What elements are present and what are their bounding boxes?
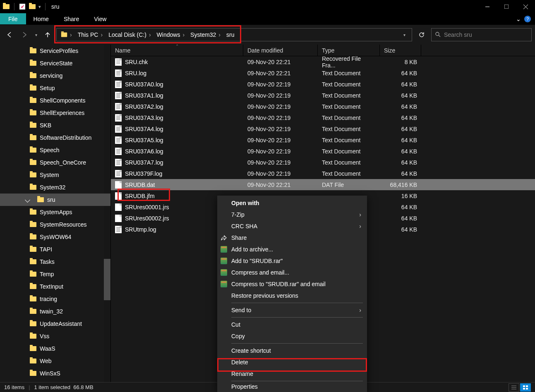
tree-item[interactable]: SysWOW64 [0, 231, 110, 243]
properties-qat-icon[interactable]: ✔ [19, 3, 26, 10]
ctx-rename[interactable]: Rename [217, 368, 367, 380]
file-icon [115, 181, 122, 189]
file-size: 68,416 KB [380, 182, 421, 188]
view-details-button[interactable] [509, 383, 519, 392]
breadcrumb-icon[interactable]: › [58, 31, 75, 38]
tree-item[interactable]: Setup [0, 82, 110, 94]
search-box[interactable] [431, 28, 532, 41]
tab-home[interactable]: Home [26, 13, 56, 24]
recent-dropdown[interactable]: ▾ [33, 29, 39, 41]
tab-file[interactable]: File [0, 13, 26, 24]
file-row[interactable]: SRU037A5.log09-Nov-20 22:19Text Document… [111, 134, 535, 146]
tree-item[interactable]: System32 [0, 181, 110, 194]
ctx-add-archive[interactable]: Add to archive... [217, 244, 367, 255]
view-large-icons-button[interactable] [520, 383, 531, 392]
tree-item[interactable]: tracing [0, 293, 110, 305]
file-row[interactable]: SRU037A6.log09-Nov-20 22:19Text Document… [111, 146, 535, 157]
ctx-properties[interactable]: Properties [217, 382, 367, 391]
file-row[interactable]: SRUDB.dat09-Nov-20 22:21DAT File68,416 K… [111, 179, 535, 190]
address-dropdown[interactable]: ▾ [398, 29, 410, 41]
file-name: SRUres00002.jrs [125, 215, 169, 222]
column-name[interactable]: Name⌃ [111, 45, 243, 56]
breadcrumb-system32[interactable]: System32› [188, 31, 224, 38]
column-type[interactable]: Type [318, 45, 380, 56]
tree-item[interactable]: Vss [0, 330, 110, 342]
search-input[interactable] [444, 31, 528, 38]
tree-item[interactable]: Speech_OneCore [0, 156, 110, 169]
tree-item[interactable]: TextInput [0, 280, 110, 293]
tree-item[interactable]: WinSxS [0, 367, 110, 380]
folder-qat-icon[interactable] [29, 3, 36, 10]
file-row[interactable]: SRU.chk09-Nov-20 22:21Recovered File Fra… [111, 56, 535, 67]
file-date: 09-Nov-20 22:21 [243, 182, 318, 188]
ctx-share[interactable]: Share [217, 232, 367, 244]
tree-item[interactable]: Temp [0, 268, 110, 280]
ctx-restore-versions[interactable]: Restore previous versions [217, 290, 367, 301]
up-button[interactable] [41, 29, 54, 41]
tree-item[interactable]: TAPI [0, 243, 110, 256]
ctx-cut[interactable]: Cut [217, 319, 367, 330]
folder-icon [30, 110, 36, 115]
column-size[interactable]: Size [380, 45, 421, 56]
tree-item[interactable]: ServiceProfiles [0, 45, 110, 57]
file-row[interactable]: SRU037A2.log09-Nov-20 22:19Text Document… [111, 101, 535, 112]
breadcrumb-sru[interactable]: sru [224, 31, 237, 38]
file-name: SRU037A7.log [125, 159, 163, 166]
tree-item[interactable]: ShellExperiences [0, 107, 110, 119]
ctx-add-rar[interactable]: Add to "SRUDB.rar" [217, 255, 367, 267]
ctx-open-with[interactable]: Open with [217, 197, 367, 209]
ctx-send-to[interactable]: Send to› [217, 304, 367, 316]
forward-button[interactable] [18, 29, 31, 41]
tree-item[interactable]: System [0, 169, 110, 181]
file-size: 16 KB [380, 193, 421, 199]
file-row[interactable]: SRU037A3.log09-Nov-20 22:19Text Document… [111, 112, 535, 123]
tree-item-label: SoftwareDistribution [40, 134, 91, 141]
tree-item[interactable]: servicing [0, 69, 110, 82]
ctx-create-shortcut[interactable]: Create shortcut [217, 345, 367, 356]
help-icon[interactable]: ? [524, 16, 531, 22]
ctx-7zip[interactable]: 7-Zip› [217, 209, 367, 220]
breadcrumb-this-pc[interactable]: This PC› [75, 31, 106, 38]
tab-share[interactable]: Share [56, 13, 86, 24]
address-bar[interactable]: › This PC› Local Disk (C:)› Windows› Sys… [56, 28, 412, 41]
ctx-copy[interactable]: Copy [217, 330, 367, 342]
tree-item[interactable]: UpdateAssistant [0, 318, 110, 330]
tab-view[interactable]: View [86, 13, 114, 24]
ctx-delete[interactable]: Delete [217, 356, 367, 368]
navigation-tree[interactable]: ServiceProfilesServiceStateservicingSetu… [0, 45, 111, 382]
close-button[interactable] [516, 0, 535, 13]
file-row[interactable]: SRU037A1.log09-Nov-20 22:19Text Document… [111, 90, 535, 101]
refresh-button[interactable] [415, 28, 429, 41]
file-row[interactable]: SRU037A7.log09-Nov-20 22:19Text Document… [111, 157, 535, 168]
tree-item[interactable]: sru [0, 194, 110, 206]
file-date: 09-Nov-20 22:19 [243, 159, 318, 166]
minimize-button[interactable] [478, 0, 497, 13]
file-row[interactable]: SRU.log09-Nov-20 22:21Text Document64 KB [111, 67, 535, 79]
tree-item[interactable]: WaaS [0, 342, 110, 355]
file-name: SRU037A4.log [125, 126, 163, 132]
column-date[interactable]: Date modified [243, 45, 318, 56]
tree-item[interactable]: SoftwareDistribution [0, 131, 110, 144]
ctx-crc-sha[interactable]: CRC SHA› [217, 220, 367, 232]
tree-item[interactable]: twain_32 [0, 305, 110, 318]
folder-icon [30, 259, 36, 264]
tree-item[interactable]: SKB [0, 119, 110, 131]
tree-item[interactable]: SystemApps [0, 206, 110, 218]
ctx-compress-email[interactable]: Compress and email... [217, 267, 367, 278]
tree-item[interactable]: Tasks [0, 256, 110, 268]
file-row[interactable]: SRU0379F.log09-Nov-20 22:19Text Document… [111, 168, 535, 179]
tree-item[interactable]: Web [0, 355, 110, 367]
tree-item[interactable]: ShellComponents [0, 94, 110, 107]
maximize-button[interactable] [497, 0, 516, 13]
tree-item[interactable]: SystemResources [0, 218, 110, 231]
file-size: 64 KB [380, 226, 421, 233]
file-row[interactable]: SRU037A4.log09-Nov-20 22:19Text Document… [111, 123, 535, 134]
tree-item[interactable]: ServiceState [0, 57, 110, 69]
ctx-compress-rar-email[interactable]: Compress to "SRUDB.rar" and email [217, 278, 367, 290]
tree-item[interactable]: Speech [0, 144, 110, 156]
breadcrumb-local-disk[interactable]: Local Disk (C:)› [106, 31, 154, 38]
breadcrumb-windows[interactable]: Windows› [154, 31, 188, 38]
file-row[interactable]: SRU037A0.log09-Nov-20 22:19Text Document… [111, 79, 535, 90]
chevron-down-icon[interactable]: ⌄ [516, 16, 521, 22]
back-button[interactable] [3, 29, 16, 41]
